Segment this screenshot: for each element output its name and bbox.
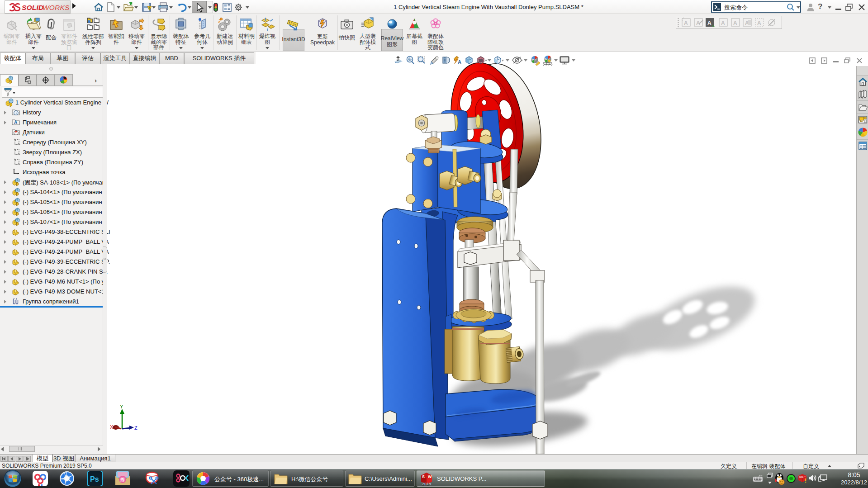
svg-text:A: A bbox=[458, 59, 461, 65]
svg-text:A: A bbox=[733, 20, 737, 26]
svg-text:&W: &W bbox=[799, 475, 804, 478]
svg-text:SOLID: SOLID bbox=[22, 3, 43, 11]
svg-text:!: ! bbox=[149, 6, 150, 10]
svg-text:A: A bbox=[684, 20, 688, 26]
svg-text:Z: Z bbox=[134, 425, 138, 431]
svg-text:Y: Y bbox=[120, 404, 123, 409]
svg-text:X: X bbox=[110, 424, 114, 430]
svg-text:S: S bbox=[422, 474, 425, 479]
svg-text:WORKS: WORKS bbox=[43, 3, 70, 11]
svg-text:秀: 秀 bbox=[120, 478, 124, 482]
svg-text:!: ! bbox=[805, 477, 806, 484]
svg-text:A: A bbox=[707, 20, 711, 26]
svg-text:W: W bbox=[428, 474, 432, 479]
svg-text:Ps: Ps bbox=[90, 475, 99, 483]
svg-text:A: A bbox=[757, 20, 761, 26]
svg-text:A: A bbox=[721, 20, 725, 26]
svg-text:2019: 2019 bbox=[422, 482, 431, 486]
